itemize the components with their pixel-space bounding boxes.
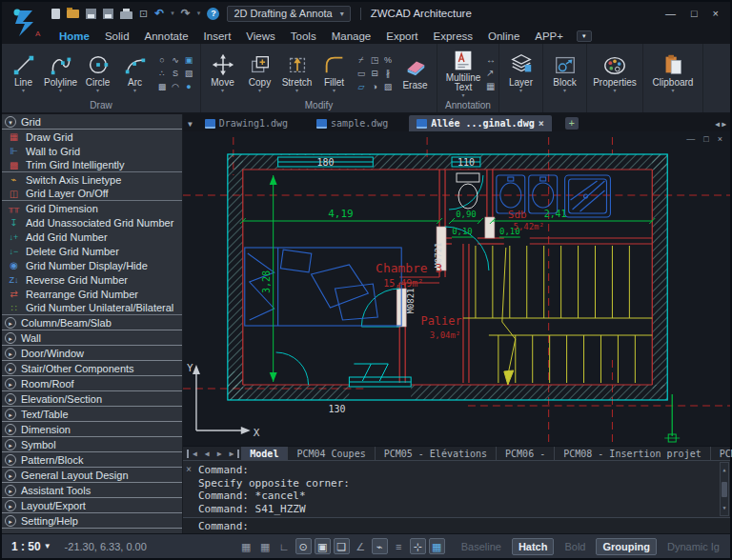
plot-preview-icon[interactable]: ⊡ <box>139 8 148 20</box>
toggle-baseline[interactable]: Baseline <box>455 538 508 555</box>
leader-icon[interactable]: ↗ <box>486 68 496 78</box>
command-history[interactable]: × Command: Specify opposite corner: Comm… <box>183 461 730 517</box>
spline-icon[interactable]: ∿ <box>169 53 182 67</box>
tab-app-plus[interactable]: APP+ <box>527 29 571 44</box>
panel-label-clipboard[interactable] <box>646 100 700 112</box>
sidebar-section-column-beam-slab[interactable]: ▸Column/Beam/Slab <box>2 315 182 330</box>
toggle-grouping[interactable]: Grouping <box>596 538 657 555</box>
scale-dropdown-icon[interactable]: ▼ <box>44 542 51 550</box>
doc-tab-allee[interactable]: Allée ...ginal.dwg× <box>409 115 551 131</box>
polar-tracking-icon[interactable]: ⊙ <box>295 538 312 554</box>
scale-icon[interactable]: % <box>381 53 395 67</box>
ortho-icon[interactable]: ∟ <box>276 538 293 554</box>
panel-label-block[interactable] <box>546 100 583 112</box>
tab-home[interactable]: Home <box>51 29 97 44</box>
revision-cloud-icon[interactable]: ◠ <box>169 80 182 93</box>
layout-tab-model[interactable]: Model <box>241 447 288 460</box>
ellipse-icon[interactable]: ○ <box>155 53 169 67</box>
sidebar-item-grid-layer-onoff[interactable]: ◫Grid Layer On/Off <box>2 187 182 201</box>
polyline-button[interactable]: Polyline ▾ <box>42 52 79 93</box>
scroll-right-icon[interactable]: ▶ <box>722 120 728 129</box>
sidebar-item-switch-axis-linetype[interactable]: ⌁Switch Axis Linetype <box>2 172 182 187</box>
layout-tab-pcm06[interactable]: PCM06 - <box>497 447 555 460</box>
next-layout-icon[interactable]: ▶ <box>214 450 226 458</box>
sidebar-section-general-layout[interactable]: ▸General Layout Design <box>2 468 182 483</box>
sidebar-item-draw-grid[interactable]: ▦Draw Grid <box>2 130 182 144</box>
tab-scroll-arrows[interactable]: ◀▶ <box>715 120 728 129</box>
arc-button[interactable]: Arc ▾ <box>116 52 153 93</box>
new-file-icon[interactable] <box>51 9 60 19</box>
undo-dropdown-icon[interactable]: ▾ <box>171 10 174 17</box>
dynamic-input-icon[interactable]: ⌁ <box>372 538 388 554</box>
undo-icon[interactable]: ↶ <box>154 7 164 20</box>
rotate-icon[interactable]: ◳ <box>368 53 381 67</box>
sidebar-section-door-window[interactable]: ▸Door/Window <box>2 346 182 361</box>
scroll-up-icon[interactable]: ▲ <box>722 464 725 477</box>
scale-indicator[interactable]: 1 : 50 <box>11 540 41 553</box>
layout-tab-pcm09-rdc[interactable]: PCM09 - Plan RDC <box>711 447 732 460</box>
sidebar-section-layout-export[interactable]: ▸Layout/Export <box>2 498 182 513</box>
tab-list-icon[interactable]: ▼ <box>183 120 197 131</box>
sidebar-section-grid[interactable]: ▾Grid <box>2 114 182 130</box>
sidebar-section-dimension[interactable]: ▸Dimension <box>2 422 182 437</box>
gradient-icon[interactable]: ▩ <box>155 80 169 93</box>
tab-solid[interactable]: Solid <box>97 29 137 44</box>
redo-dropdown-icon[interactable]: ▾ <box>197 10 201 17</box>
panel-label-properties[interactable] <box>590 100 640 112</box>
table-icon[interactable]: ▦ <box>429 538 445 554</box>
close-icon[interactable]: × <box>186 463 192 476</box>
floor-plan[interactable]: 4,19 0,90 2,41 3,28 0,10 0,10 180 110 13… <box>183 131 730 446</box>
block-button[interactable]: Block ▾ <box>546 52 583 93</box>
clipboard-button[interactable]: Clipboard ▾ <box>646 52 700 93</box>
circle-button[interactable]: Circle ▾ <box>79 52 116 93</box>
mirror-icon[interactable]: ⊟ <box>368 67 381 80</box>
doc-tab-sample[interactable]: sample.dwg <box>309 115 396 131</box>
doc-tab-drawing1[interactable]: Drawing1.dwg <box>197 115 295 131</box>
point-icon[interactable]: ∴ <box>155 67 169 80</box>
line-button[interactable]: Line ▾ <box>5 52 42 93</box>
tab-express[interactable]: Express <box>425 29 480 44</box>
command-scrollbar[interactable]: ▲ ▼ <box>720 462 729 516</box>
dimension-icon[interactable]: ↔ <box>486 54 496 65</box>
doc-close-icon[interactable]: × <box>718 134 722 144</box>
save-icon[interactable] <box>86 9 96 19</box>
region-icon[interactable]: ▣ <box>182 53 195 67</box>
annotation-mini-tools[interactable]: ↔ ↗ ▦ <box>486 54 496 91</box>
sidebar-section-setting-help[interactable]: ▸Setting/Help <box>2 513 182 529</box>
layer-button[interactable]: Layer ▾ <box>502 52 539 93</box>
angle-icon[interactable]: ∠ <box>353 538 369 554</box>
stretch-button[interactable]: Stretch ▾ <box>278 52 315 93</box>
trim-icon[interactable]: ⌿ <box>355 53 368 67</box>
panel-label-annotation[interactable]: Annotation <box>440 100 496 112</box>
maximize-button[interactable]: □ <box>691 8 698 19</box>
hatch-icon[interactable]: ▧ <box>182 67 195 80</box>
break-icon[interactable]: ◑ <box>368 80 381 93</box>
sidebar-item-add-unassociated-grid-number[interactable]: ↧Add Unassociated Grid Number <box>2 215 182 230</box>
modify-mini-tools[interactable]: ⌿ ◳ % ▭ ⊟ ∦ ▱ ◑ ▨ <box>355 53 395 93</box>
doc-restore-icon[interactable]: □ <box>703 134 708 144</box>
minimize-button[interactable]: — <box>665 8 676 19</box>
sidebar-section-room-roof[interactable]: ▸Room/Roof <box>2 376 182 391</box>
sidebar-item-grid-dimension[interactable]: ╥╥Grid Dimension <box>2 201 182 215</box>
tab-manage[interactable]: Manage <box>324 29 379 44</box>
sidebar-item-wall-to-grid[interactable]: ⊩Wall to Grid <box>2 144 182 158</box>
offset-icon[interactable]: ∦ <box>381 67 395 80</box>
doc-minimize-icon[interactable]: — <box>686 134 695 144</box>
drawing-canvas[interactable]: — □ × <box>183 131 730 446</box>
osnap-icon[interactable]: ▣ <box>315 538 331 554</box>
panel-label-modify[interactable]: Modify <box>204 100 434 112</box>
command-input[interactable]: Command: <box>183 517 730 533</box>
move-button[interactable]: Move ▾ <box>204 52 241 93</box>
multiline-text-button[interactable]: Multiline Text ▾ <box>440 49 486 98</box>
open-file-icon[interactable] <box>67 10 79 18</box>
close-button[interactable]: × <box>713 8 719 19</box>
tab-annotate[interactable]: Annotate <box>137 29 196 44</box>
sidebar-item-grid-number-display-hide[interactable]: ◉Grid Number Display/Hide <box>2 258 182 272</box>
close-tab-icon[interactable]: × <box>539 118 544 129</box>
tab-export[interactable]: Export <box>378 29 425 44</box>
copy-button[interactable]: Copy ▾ <box>241 52 278 93</box>
tab-tools[interactable]: Tools <box>283 29 324 44</box>
sidebar-item-add-grid-number[interactable]: ↓+Add Grid Number <box>2 230 182 244</box>
sidebar-section-symbol[interactable]: ▸Symbol <box>2 437 182 452</box>
properties-button[interactable]: Properties ▾ <box>590 52 640 93</box>
